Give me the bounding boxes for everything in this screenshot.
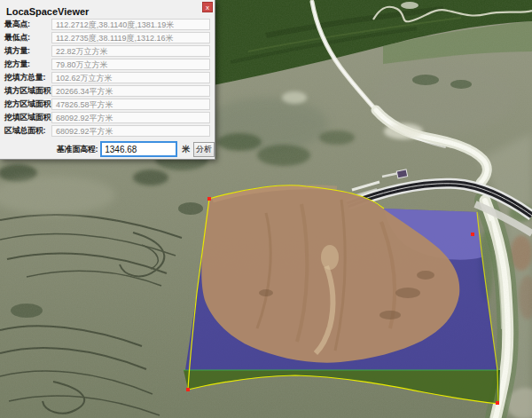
stat-label: 挖方区域面积: [4,99,51,110]
stat-label: 挖方量: [4,59,51,70]
datum-elevation-input[interactable] [100,141,177,157]
stat-row: 挖填区域面积: 68092.92平方米 [0,111,215,124]
stat-label: 区域总面积: [4,125,51,137]
stat-row: 最低点: 112.2735度,38.1119度,1312.16米 [0,31,215,44]
stat-label: 挖填区域面积: [4,112,51,123]
window-title: LocaSpaceViewer [6,6,89,17]
datum-label: 基准面高程: [57,144,98,155]
stat-value-box: 112.2712度,38.1140度,1381.19米 [51,19,210,30]
stat-value-box: 20266.34平方米 [51,85,210,97]
analysis-region [184,185,499,405]
stat-row: 填方区域面积: 20266.34平方米 [0,84,215,98]
stat-value-box: 79.80万立方米 [51,59,210,70]
stat-row: 最高点: 112.2712度,38.1140度,1381.19米 [0,18,215,31]
stat-row: 挖填方总量: 102.62万立方米 [0,71,215,84]
stat-value-box: 68092.92平方米 [51,112,210,123]
analyze-button[interactable]: 分析 [193,142,215,157]
stat-value-box: 102.62万立方米 [51,72,210,83]
panel-titlebar[interactable]: LocaSpaceViewer x [0,0,215,15]
datum-row: 基准面高程: 米 分析 [0,141,215,157]
datum-unit: 米 [182,144,190,155]
stat-value-box: 22.82万立方米 [51,45,210,57]
close-icon: x [206,4,209,12]
vertex-handle[interactable] [186,388,190,391]
stat-rows: 最高点: 112.2712度,38.1140度,1381.19米 最低点: 11… [0,18,215,138]
stat-label: 最高点: [4,19,51,30]
stat-row: 填方量: 22.82万立方米 [0,44,215,58]
stat-label: 最低点: [4,32,51,43]
close-button[interactable]: x [202,2,213,12]
stat-label: 填方量: [4,45,51,57]
vertex-handle[interactable] [471,233,474,236]
stat-row: 挖方量: 79.80万立方米 [0,58,215,71]
stat-value-box: 112.2735度,38.1119度,1312.16米 [51,32,210,43]
stat-value-box: 47826.58平方米 [51,99,210,110]
stat-value-box: 68092.92平方米 [51,125,210,137]
vertex-handle[interactable] [207,197,211,201]
stat-row: 区域总面积: 68092.92平方米 [0,124,215,138]
stat-row: 挖方区域面积: 47826.58平方米 [0,98,215,111]
stat-label: 填方区域面积: [4,85,51,97]
vertex-handle[interactable] [496,401,499,405]
stat-label: 挖填方总量: [4,72,51,83]
fill-cut-analysis-panel: LocaSpaceViewer x 最高点: 112.2712度,38.1140… [0,0,215,160]
